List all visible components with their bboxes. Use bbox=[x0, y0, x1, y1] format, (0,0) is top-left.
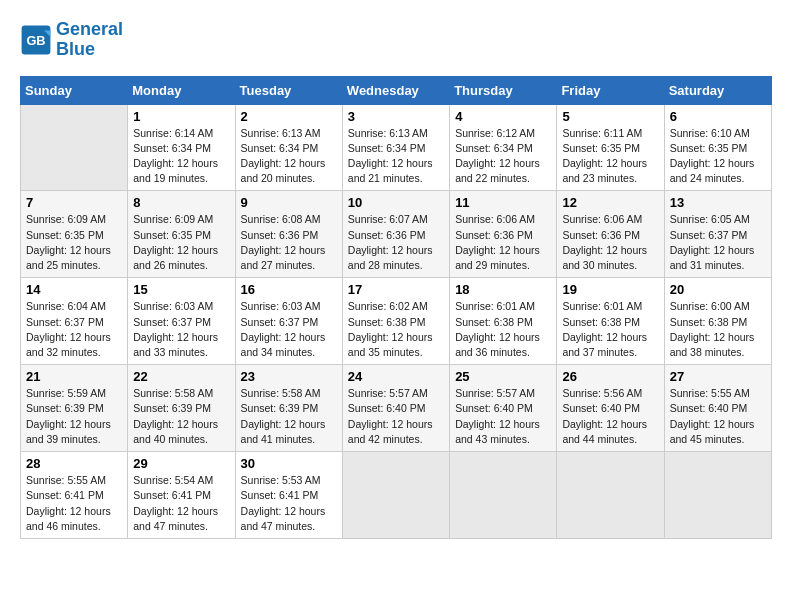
day-number: 29 bbox=[133, 456, 229, 471]
header-row: SundayMondayTuesdayWednesdayThursdayFrid… bbox=[21, 76, 772, 104]
day-info: Sunrise: 6:13 AM Sunset: 6:34 PM Dayligh… bbox=[348, 126, 444, 187]
day-info: Sunrise: 5:55 AM Sunset: 6:41 PM Dayligh… bbox=[26, 473, 122, 534]
day-number: 19 bbox=[562, 282, 658, 297]
day-info: Sunrise: 5:55 AM Sunset: 6:40 PM Dayligh… bbox=[670, 386, 766, 447]
day-info: Sunrise: 6:06 AM Sunset: 6:36 PM Dayligh… bbox=[562, 212, 658, 273]
day-info: Sunrise: 6:03 AM Sunset: 6:37 PM Dayligh… bbox=[133, 299, 229, 360]
day-info: Sunrise: 6:09 AM Sunset: 6:35 PM Dayligh… bbox=[26, 212, 122, 273]
calendar-cell: 25Sunrise: 5:57 AM Sunset: 6:40 PM Dayli… bbox=[450, 365, 557, 452]
day-number: 3 bbox=[348, 109, 444, 124]
calendar-cell: 1Sunrise: 6:14 AM Sunset: 6:34 PM Daylig… bbox=[128, 104, 235, 191]
day-number: 24 bbox=[348, 369, 444, 384]
day-info: Sunrise: 5:59 AM Sunset: 6:39 PM Dayligh… bbox=[26, 386, 122, 447]
calendar-cell bbox=[342, 452, 449, 539]
calendar-cell: 18Sunrise: 6:01 AM Sunset: 6:38 PM Dayli… bbox=[450, 278, 557, 365]
logo-text: General Blue bbox=[56, 20, 123, 60]
day-info: Sunrise: 6:14 AM Sunset: 6:34 PM Dayligh… bbox=[133, 126, 229, 187]
day-header-thursday: Thursday bbox=[450, 76, 557, 104]
day-number: 15 bbox=[133, 282, 229, 297]
day-number: 11 bbox=[455, 195, 551, 210]
week-row-5: 28Sunrise: 5:55 AM Sunset: 6:41 PM Dayli… bbox=[21, 452, 772, 539]
day-info: Sunrise: 5:57 AM Sunset: 6:40 PM Dayligh… bbox=[455, 386, 551, 447]
day-header-monday: Monday bbox=[128, 76, 235, 104]
calendar-cell bbox=[21, 104, 128, 191]
calendar-cell bbox=[557, 452, 664, 539]
calendar-cell: 9Sunrise: 6:08 AM Sunset: 6:36 PM Daylig… bbox=[235, 191, 342, 278]
day-header-saturday: Saturday bbox=[664, 76, 771, 104]
day-number: 25 bbox=[455, 369, 551, 384]
calendar-cell: 11Sunrise: 6:06 AM Sunset: 6:36 PM Dayli… bbox=[450, 191, 557, 278]
calendar-cell: 23Sunrise: 5:58 AM Sunset: 6:39 PM Dayli… bbox=[235, 365, 342, 452]
calendar-cell: 4Sunrise: 6:12 AM Sunset: 6:34 PM Daylig… bbox=[450, 104, 557, 191]
calendar-cell: 5Sunrise: 6:11 AM Sunset: 6:35 PM Daylig… bbox=[557, 104, 664, 191]
day-header-tuesday: Tuesday bbox=[235, 76, 342, 104]
day-info: Sunrise: 6:13 AM Sunset: 6:34 PM Dayligh… bbox=[241, 126, 337, 187]
calendar-cell: 26Sunrise: 5:56 AM Sunset: 6:40 PM Dayli… bbox=[557, 365, 664, 452]
calendar-cell: 14Sunrise: 6:04 AM Sunset: 6:37 PM Dayli… bbox=[21, 278, 128, 365]
day-number: 21 bbox=[26, 369, 122, 384]
calendar-cell: 16Sunrise: 6:03 AM Sunset: 6:37 PM Dayli… bbox=[235, 278, 342, 365]
calendar-table: SundayMondayTuesdayWednesdayThursdayFrid… bbox=[20, 76, 772, 539]
week-row-3: 14Sunrise: 6:04 AM Sunset: 6:37 PM Dayli… bbox=[21, 278, 772, 365]
day-info: Sunrise: 6:01 AM Sunset: 6:38 PM Dayligh… bbox=[562, 299, 658, 360]
page-header: GB General Blue bbox=[20, 20, 772, 60]
logo: GB General Blue bbox=[20, 20, 123, 60]
calendar-cell: 17Sunrise: 6:02 AM Sunset: 6:38 PM Dayli… bbox=[342, 278, 449, 365]
week-row-4: 21Sunrise: 5:59 AM Sunset: 6:39 PM Dayli… bbox=[21, 365, 772, 452]
calendar-cell: 22Sunrise: 5:58 AM Sunset: 6:39 PM Dayli… bbox=[128, 365, 235, 452]
day-number: 20 bbox=[670, 282, 766, 297]
calendar-cell: 28Sunrise: 5:55 AM Sunset: 6:41 PM Dayli… bbox=[21, 452, 128, 539]
day-number: 18 bbox=[455, 282, 551, 297]
calendar-cell bbox=[664, 452, 771, 539]
day-info: Sunrise: 5:58 AM Sunset: 6:39 PM Dayligh… bbox=[241, 386, 337, 447]
day-info: Sunrise: 6:06 AM Sunset: 6:36 PM Dayligh… bbox=[455, 212, 551, 273]
calendar-cell: 29Sunrise: 5:54 AM Sunset: 6:41 PM Dayli… bbox=[128, 452, 235, 539]
day-number: 6 bbox=[670, 109, 766, 124]
day-info: Sunrise: 6:07 AM Sunset: 6:36 PM Dayligh… bbox=[348, 212, 444, 273]
calendar-cell: 8Sunrise: 6:09 AM Sunset: 6:35 PM Daylig… bbox=[128, 191, 235, 278]
day-header-friday: Friday bbox=[557, 76, 664, 104]
week-row-2: 7Sunrise: 6:09 AM Sunset: 6:35 PM Daylig… bbox=[21, 191, 772, 278]
day-info: Sunrise: 5:57 AM Sunset: 6:40 PM Dayligh… bbox=[348, 386, 444, 447]
day-number: 27 bbox=[670, 369, 766, 384]
calendar-cell: 19Sunrise: 6:01 AM Sunset: 6:38 PM Dayli… bbox=[557, 278, 664, 365]
calendar-cell: 7Sunrise: 6:09 AM Sunset: 6:35 PM Daylig… bbox=[21, 191, 128, 278]
day-info: Sunrise: 6:04 AM Sunset: 6:37 PM Dayligh… bbox=[26, 299, 122, 360]
day-number: 8 bbox=[133, 195, 229, 210]
calendar-cell: 30Sunrise: 5:53 AM Sunset: 6:41 PM Dayli… bbox=[235, 452, 342, 539]
day-info: Sunrise: 6:00 AM Sunset: 6:38 PM Dayligh… bbox=[670, 299, 766, 360]
day-header-wednesday: Wednesday bbox=[342, 76, 449, 104]
week-row-1: 1Sunrise: 6:14 AM Sunset: 6:34 PM Daylig… bbox=[21, 104, 772, 191]
day-info: Sunrise: 5:58 AM Sunset: 6:39 PM Dayligh… bbox=[133, 386, 229, 447]
day-number: 26 bbox=[562, 369, 658, 384]
calendar-cell: 24Sunrise: 5:57 AM Sunset: 6:40 PM Dayli… bbox=[342, 365, 449, 452]
day-info: Sunrise: 5:53 AM Sunset: 6:41 PM Dayligh… bbox=[241, 473, 337, 534]
day-number: 4 bbox=[455, 109, 551, 124]
day-info: Sunrise: 6:02 AM Sunset: 6:38 PM Dayligh… bbox=[348, 299, 444, 360]
day-number: 1 bbox=[133, 109, 229, 124]
day-info: Sunrise: 6:10 AM Sunset: 6:35 PM Dayligh… bbox=[670, 126, 766, 187]
day-number: 23 bbox=[241, 369, 337, 384]
day-number: 13 bbox=[670, 195, 766, 210]
day-number: 2 bbox=[241, 109, 337, 124]
calendar-cell: 15Sunrise: 6:03 AM Sunset: 6:37 PM Dayli… bbox=[128, 278, 235, 365]
day-info: Sunrise: 6:01 AM Sunset: 6:38 PM Dayligh… bbox=[455, 299, 551, 360]
day-number: 14 bbox=[26, 282, 122, 297]
day-number: 10 bbox=[348, 195, 444, 210]
calendar-cell: 6Sunrise: 6:10 AM Sunset: 6:35 PM Daylig… bbox=[664, 104, 771, 191]
day-number: 17 bbox=[348, 282, 444, 297]
day-number: 28 bbox=[26, 456, 122, 471]
day-info: Sunrise: 6:08 AM Sunset: 6:36 PM Dayligh… bbox=[241, 212, 337, 273]
day-header-sunday: Sunday bbox=[21, 76, 128, 104]
day-number: 7 bbox=[26, 195, 122, 210]
calendar-cell: 20Sunrise: 6:00 AM Sunset: 6:38 PM Dayli… bbox=[664, 278, 771, 365]
calendar-cell: 12Sunrise: 6:06 AM Sunset: 6:36 PM Dayli… bbox=[557, 191, 664, 278]
day-info: Sunrise: 6:12 AM Sunset: 6:34 PM Dayligh… bbox=[455, 126, 551, 187]
calendar-cell: 10Sunrise: 6:07 AM Sunset: 6:36 PM Dayli… bbox=[342, 191, 449, 278]
day-number: 22 bbox=[133, 369, 229, 384]
day-number: 5 bbox=[562, 109, 658, 124]
day-info: Sunrise: 6:03 AM Sunset: 6:37 PM Dayligh… bbox=[241, 299, 337, 360]
calendar-cell: 21Sunrise: 5:59 AM Sunset: 6:39 PM Dayli… bbox=[21, 365, 128, 452]
day-info: Sunrise: 5:54 AM Sunset: 6:41 PM Dayligh… bbox=[133, 473, 229, 534]
day-info: Sunrise: 6:05 AM Sunset: 6:37 PM Dayligh… bbox=[670, 212, 766, 273]
